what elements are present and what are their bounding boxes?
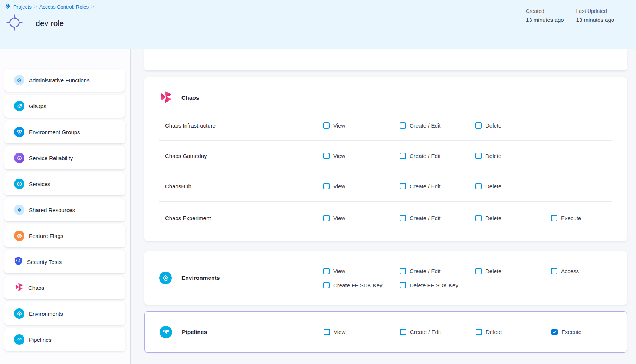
permission-label: Create / Edit	[410, 153, 440, 159]
checkbox-unchecked-icon[interactable]	[323, 268, 330, 274]
sidebar-item-label: Pipelines	[29, 337, 52, 343]
permission-checkbox-create-edit[interactable]: Create / Edit	[400, 215, 475, 221]
sidebar-item-security-tests[interactable]: Security Tests	[4, 250, 125, 273]
checkbox-unchecked-icon[interactable]	[324, 329, 330, 335]
last-updated-value: 13 minutes ago	[576, 17, 614, 23]
permission-checkbox-delete[interactable]: Delete	[476, 329, 551, 335]
meta-divider	[570, 8, 570, 26]
breadcrumb-separator: >	[91, 4, 94, 9]
permission-checkbox-delete[interactable]: Delete	[475, 268, 551, 274]
sidebar-item-environments[interactable]: Environments	[4, 302, 125, 325]
permission-label: Create / Edit	[410, 215, 440, 221]
permission-label: View	[334, 329, 345, 335]
permission-row-chaos-experiment: Chaos ExperimentViewCreate / EditDeleteE…	[159, 202, 612, 234]
card-chaos: ChaosChaos InfrastructureViewCreate / Ed…	[144, 77, 627, 241]
checkbox-unchecked-icon[interactable]	[475, 215, 482, 221]
checkbox-unchecked-icon[interactable]	[400, 329, 406, 335]
card-chaos-header: Chaos	[159, 90, 612, 105]
checkbox-checked-icon[interactable]	[551, 329, 558, 335]
card-pipelines[interactable]: PipelinesViewCreate / EditDeleteExecute	[144, 311, 627, 353]
permission-checkbox-create-edit[interactable]: Create / Edit	[400, 329, 476, 335]
breadcrumb-link-projects[interactable]: Projects	[13, 4, 32, 10]
permission-label: Create FF SDK Key	[333, 282, 383, 288]
checkbox-unchecked-icon[interactable]	[400, 153, 406, 159]
permission-checkbox-view[interactable]: View	[323, 268, 400, 274]
permission-checkbox-create-edit[interactable]: Create / Edit	[400, 183, 475, 189]
checkbox-unchecked-icon[interactable]	[323, 153, 330, 159]
role-meta: Created 13 minutes ago Last Updated 13 m…	[526, 8, 614, 26]
permission-checkbox-delete[interactable]: Delete	[475, 153, 551, 159]
last-updated-label: Last Updated	[576, 8, 614, 14]
permission-label: Create / Edit	[410, 122, 440, 129]
checkbox-unchecked-icon[interactable]	[475, 183, 482, 189]
permission-label: View	[333, 215, 345, 221]
sidebar-item-environment-groups[interactable]: Environment Groups	[4, 120, 125, 143]
sidebar-item-services[interactable]: Services	[4, 172, 125, 195]
sidebar-item-label: Service Reliability	[29, 155, 73, 161]
checkbox-unchecked-icon[interactable]	[551, 215, 557, 221]
permission-label: Create / Edit	[410, 329, 441, 335]
permission-checkbox-view[interactable]: View	[323, 153, 400, 159]
permission-checkbox-create-ff-sdk-key[interactable]: Create FF SDK Key	[323, 282, 400, 288]
permission-checkbox-delete[interactable]: Delete	[475, 122, 551, 129]
permission-label: Delete	[485, 122, 501, 129]
sidebar-item-administrative-functions[interactable]: ⚙Administrative Functions	[4, 69, 125, 92]
resource-label: ChaosHub	[159, 183, 323, 189]
pipelines-icon	[14, 334, 24, 345]
permission-checkbox-view[interactable]: View	[323, 183, 400, 189]
checkbox-unchecked-icon[interactable]	[400, 268, 406, 274]
checkbox-unchecked-icon[interactable]	[323, 122, 330, 129]
permission-checkbox-create-edit[interactable]: Create / Edit	[400, 122, 475, 129]
page-title: dev role	[36, 19, 64, 28]
permission-checkbox-delete-ff-sdk-key[interactable]: Delete FF SDK Key	[400, 282, 475, 288]
permission-checkbox-execute[interactable]: Execute	[551, 215, 612, 221]
sidebar-item-shared-resources[interactable]: ❖Shared Resources	[4, 198, 125, 221]
permission-checkbox-view[interactable]: View	[323, 215, 400, 221]
permission-checkbox-view[interactable]: View	[323, 122, 400, 129]
permission-label: Access	[561, 268, 579, 274]
sidebar-item-label: Security Tests	[27, 259, 62, 265]
sidebar-item-chaos[interactable]: Chaos	[4, 276, 125, 299]
checkbox-unchecked-icon[interactable]	[400, 122, 406, 129]
permissions-main: ChaosChaos InfrastructureViewCreate / Ed…	[131, 49, 636, 364]
card-title: Environments	[181, 275, 220, 281]
service-reliability-icon	[14, 153, 24, 163]
checkbox-unchecked-icon[interactable]	[323, 282, 330, 288]
permission-checkbox-create-edit[interactable]: Create / Edit	[400, 153, 475, 159]
permission-checkbox-create-edit[interactable]: Create / Edit	[400, 268, 475, 274]
card-title: Pipelines	[182, 329, 207, 335]
sidebar-item-label: Chaos	[28, 285, 44, 291]
permission-label: Create / Edit	[410, 183, 440, 189]
breadcrumb-link-access-control-roles[interactable]: Access Control: Roles	[39, 4, 89, 10]
checkbox-unchecked-icon[interactable]	[551, 268, 557, 274]
sidebar-item-pipelines[interactable]: Pipelines	[4, 328, 125, 351]
checkbox-unchecked-icon[interactable]	[400, 183, 406, 189]
sidebar-item-gitops[interactable]: GitOps	[4, 95, 125, 118]
checkbox-unchecked-icon[interactable]	[476, 329, 482, 335]
admin-gear-icon: ⚙	[14, 75, 24, 85]
checkbox-unchecked-icon[interactable]	[400, 282, 406, 288]
checkbox-unchecked-icon[interactable]	[323, 215, 330, 221]
sidebar-item-feature-flags[interactable]: Feature Flags	[4, 224, 125, 247]
checkbox-unchecked-icon[interactable]	[400, 215, 406, 221]
checkbox-unchecked-icon[interactable]	[475, 122, 482, 129]
permission-checkbox-delete[interactable]: Delete	[475, 215, 551, 221]
permission-label: View	[333, 183, 345, 189]
permission-row-chaos-infrastructure: Chaos InfrastructureViewCreate / EditDel…	[159, 110, 612, 141]
permission-checkbox-execute[interactable]: Execute	[551, 329, 612, 335]
partial-card-top	[144, 49, 627, 70]
chaos-pinwheel-icon	[159, 90, 173, 105]
checkbox-unchecked-icon[interactable]	[475, 268, 482, 274]
sidebar-item-label: Environment Groups	[29, 129, 80, 135]
sidebar-item-label: Services	[29, 181, 50, 187]
permission-checkbox-view[interactable]: View	[324, 329, 400, 335]
chaos-pinwheel-icon	[14, 282, 24, 293]
checkbox-unchecked-icon[interactable]	[475, 153, 482, 159]
card-title: Chaos	[181, 95, 199, 101]
permission-checkbox-access[interactable]: Access	[551, 268, 612, 274]
gitops-icon	[14, 101, 24, 111]
permission-checkbox-delete[interactable]: Delete	[475, 183, 551, 189]
checkbox-unchecked-icon[interactable]	[323, 183, 330, 189]
permission-label: Delete	[485, 215, 501, 221]
sidebar-item-service-reliability[interactable]: Service Reliability	[4, 146, 125, 169]
